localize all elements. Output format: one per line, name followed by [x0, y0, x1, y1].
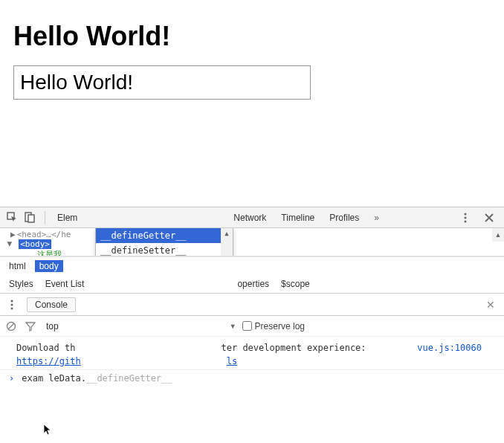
- kebab-icon[interactable]: [458, 210, 473, 225]
- devtools-toolbar: Elem Network Timeline Profiles »: [0, 207, 504, 228]
- context-label: top: [46, 321, 59, 332]
- tab-profiles[interactable]: Profiles: [322, 207, 366, 228]
- tab-scope[interactable]: $scope: [275, 274, 316, 294]
- chevron-down-icon[interactable]: ▼: [230, 323, 236, 330]
- svg-point-5: [465, 221, 467, 223]
- svg-line-10: [8, 323, 14, 329]
- tab-network[interactable]: Network: [226, 207, 274, 228]
- drawer-kebab-icon[interactable]: [4, 297, 19, 312]
- log-text: Download th: [16, 343, 75, 353]
- body-tag-selected[interactable]: <body>: [19, 239, 51, 249]
- crumb-html[interactable]: html: [4, 260, 30, 272]
- tab-elements[interactable]: Elem: [50, 207, 85, 228]
- svg-point-8: [11, 307, 13, 309]
- head-tag: <head>…</he: [17, 230, 71, 239]
- context-selector[interactable]: top: [43, 321, 62, 332]
- preserve-log-checkbox[interactable]: [242, 321, 252, 331]
- ac-item[interactable]: __defineSetter__: [96, 243, 233, 256]
- svg-point-3: [465, 213, 467, 216]
- twisty-open-icon[interactable]: ▶: [5, 242, 15, 247]
- svg-rect-2: [28, 215, 34, 222]
- tab-timeline[interactable]: Timeline: [274, 207, 322, 228]
- svg-point-7: [11, 303, 13, 305]
- device-toggle-icon[interactable]: [22, 210, 37, 225]
- separator: [45, 211, 45, 224]
- crumb-body[interactable]: body: [35, 260, 63, 272]
- autocomplete-popup: __defineGetter__ __defineSetter__ __look…: [95, 228, 233, 256]
- close-devtools-icon[interactable]: [482, 210, 497, 225]
- console-tab-button[interactable]: Console: [27, 297, 76, 312]
- console-output: Download thter development experience: v…: [0, 337, 504, 369]
- tab-styles[interactable]: Styles: [3, 274, 39, 294]
- console-toolbar: top ▼ Preserve log: [0, 316, 504, 337]
- ac-item-selected[interactable]: __defineGetter__: [96, 228, 233, 243]
- preserve-log[interactable]: Preserve log: [242, 321, 305, 332]
- log-text: ter development experience:: [221, 343, 366, 353]
- close-drawer-icon[interactable]: ✕: [482, 299, 500, 311]
- cjk-text: 这是我: [37, 250, 62, 256]
- console-prompt[interactable]: › exam leData.__defineGetter__: [0, 369, 504, 387]
- tabs-overflow[interactable]: »: [369, 213, 384, 223]
- clear-console-icon[interactable]: [4, 320, 18, 333]
- tab-event-listeners[interactable]: Event List: [39, 274, 91, 294]
- prompt-typed: exam leData.: [22, 373, 86, 384]
- log-source-link[interactable]: vue.js:10060: [417, 341, 482, 355]
- svg-point-4: [465, 217, 467, 219]
- styles-tabs: Styles Event List operties $scope: [0, 274, 504, 294]
- page-heading: Hello World!: [13, 21, 491, 52]
- twisty-icon[interactable]: ▶: [10, 230, 16, 239]
- tab-properties[interactable]: operties: [231, 274, 275, 294]
- hello-input[interactable]: [13, 65, 311, 100]
- filter-icon[interactable]: [24, 320, 37, 333]
- ac-scrollbar[interactable]: ▲ ▼: [221, 228, 233, 256]
- inspect-icon[interactable]: [4, 210, 19, 225]
- devtools-tabs: Elem Network Timeline Profiles »: [50, 207, 384, 228]
- preserve-log-label: Preserve log: [255, 321, 305, 332]
- page-content: Hello World!: [0, 0, 504, 113]
- prompt-caret-icon: ›: [9, 373, 14, 384]
- breadcrumb: html body: [0, 256, 504, 274]
- devtools-panel: Elem Network Timeline Profiles » ▲ ▶<hea…: [0, 207, 504, 443]
- scroll-up-icon[interactable]: ▲: [224, 230, 228, 237]
- prompt-ghost: __defineGetter__: [86, 373, 172, 384]
- log-url[interactable]: https://gith: [16, 356, 81, 366]
- log-url[interactable]: ls: [227, 356, 237, 366]
- elements-tree[interactable]: ▶<head>…</he ▶ <body> 这是我 __defineGetter…: [0, 228, 504, 256]
- mouse-cursor-icon: [43, 424, 52, 436]
- svg-point-6: [11, 300, 13, 302]
- console-drawer-bar: Console ✕: [0, 294, 504, 316]
